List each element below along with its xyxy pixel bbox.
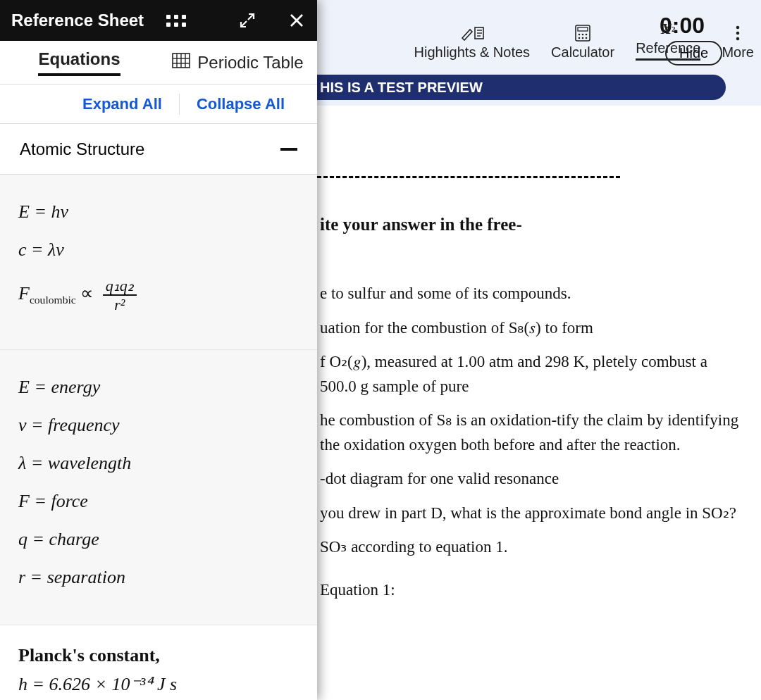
svg-point-17	[736, 37, 740, 41]
svg-point-13	[582, 37, 584, 39]
more-vertical-icon	[735, 25, 741, 42]
periodic-table-icon	[172, 53, 190, 73]
question-line: you drew in part D, what is the approxim…	[320, 501, 747, 526]
tab-periodic-table[interactable]: Periodic Table	[159, 41, 317, 84]
question-line: SO₃ according to equation 1.	[320, 535, 747, 560]
toolbar-label: More	[722, 44, 754, 61]
calculator-icon	[575, 25, 590, 42]
def-line: q = charge	[18, 529, 299, 550]
def-line: r = separation	[18, 567, 299, 588]
collapse-icon[interactable]	[280, 148, 297, 151]
def-line: λ = wavelength	[18, 453, 299, 474]
panel-title: Reference Sheet	[11, 11, 144, 30]
drag-handle-icon[interactable]	[166, 15, 186, 27]
expand-all-link[interactable]: Expand All	[66, 95, 179, 113]
preview-banner: HIS IS A TEST PREVIEW	[317, 75, 726, 100]
pen-note-icon	[460, 25, 484, 42]
constants-block: Planck's constant, h = 6.626 × 10⁻³⁴ J s…	[0, 625, 317, 700]
toolbar-calculator[interactable]: Calculator	[551, 25, 614, 61]
tab-label: Equations	[38, 49, 120, 76]
formula-c-lambda: c = λν	[18, 239, 299, 261]
svg-point-12	[579, 37, 581, 39]
toolbar-label: Reference	[636, 40, 700, 56]
definitions-block: E = energy ν = frequency λ = wavelength …	[0, 350, 317, 625]
coulomb-den: r²	[114, 296, 125, 313]
svg-point-14	[586, 37, 588, 39]
question-line: -dot diagram for one valid resonance	[320, 467, 747, 492]
question-line: uation for the combustion of S₈(𝑠) to fo…	[320, 316, 747, 341]
panel-tabs: Equations Periodic Table	[0, 41, 317, 85]
question-divider	[317, 176, 620, 183]
svg-rect-8	[578, 27, 588, 31]
formula-coulomb: Fcoulombic ∝ q₁q₂ r²	[18, 277, 299, 313]
svg-point-16	[736, 32, 740, 35]
question-body: e to sulfur and some of its compounds. u…	[320, 282, 747, 612]
svg-point-11	[586, 34, 588, 36]
planck-label: Planck's constant,	[18, 645, 299, 666]
x-squared-icon: X2	[661, 20, 675, 37]
tab-equations[interactable]: Equations	[0, 41, 159, 84]
svg-point-10	[582, 34, 584, 36]
question-line: f O₂(𝑔), measured at 1.00 atm and 298 K,…	[320, 350, 747, 399]
question-line: Equation 1:	[320, 578, 747, 603]
reference-sheet-panel: Reference Sheet Equations Periodic Table…	[0, 0, 317, 700]
expand-window-icon[interactable]	[238, 11, 256, 30]
def-line: F = force	[18, 491, 299, 512]
formula-e-hv: E = hν	[18, 201, 299, 223]
collapse-all-link[interactable]: Collapse All	[180, 95, 302, 113]
question-line: e to sulfur and some of its compounds.	[320, 282, 747, 306]
coulomb-prop: ∝	[80, 283, 99, 304]
def-line: E = energy	[18, 377, 299, 398]
def-line: ν = frequency	[18, 415, 299, 436]
svg-point-15	[736, 26, 740, 30]
coulomb-sub: coulombic	[30, 294, 76, 306]
svg-point-9	[579, 34, 581, 36]
toolbar-reference[interactable]: X2 Reference	[636, 20, 700, 61]
panel-header: Reference Sheet	[0, 0, 317, 41]
planck-value: h = 6.626 × 10⁻³⁴ J s	[18, 673, 299, 695]
toolbar-label: Highlights & Notes	[414, 44, 531, 61]
toolbar-label: Calculator	[551, 44, 614, 61]
tab-label: Periodic Table	[197, 53, 303, 73]
toolbar-highlights[interactable]: Highlights & Notes	[414, 25, 531, 61]
question-line: he combustion of S₈ is an oxidation-tify…	[320, 408, 747, 457]
close-icon[interactable]	[287, 11, 306, 30]
coulomb-F: F	[18, 283, 30, 304]
coulomb-fraction: q₁q₂ r²	[103, 277, 137, 313]
question-prompt: ite your answer in the free-	[320, 215, 522, 235]
expand-collapse-controls: Expand All Collapse All	[0, 85, 317, 124]
section-title: Atomic Structure	[20, 139, 144, 159]
formula-block: E = hν c = λν Fcoulombic ∝ q₁q₂ r²	[0, 175, 317, 350]
section-body: E = hν c = λν Fcoulombic ∝ q₁q₂ r² E = e…	[0, 175, 317, 700]
section-header-atomic-structure[interactable]: Atomic Structure	[0, 124, 317, 175]
toolbar-more[interactable]: More	[722, 25, 754, 61]
coulomb-num: q₁q₂	[103, 277, 137, 296]
